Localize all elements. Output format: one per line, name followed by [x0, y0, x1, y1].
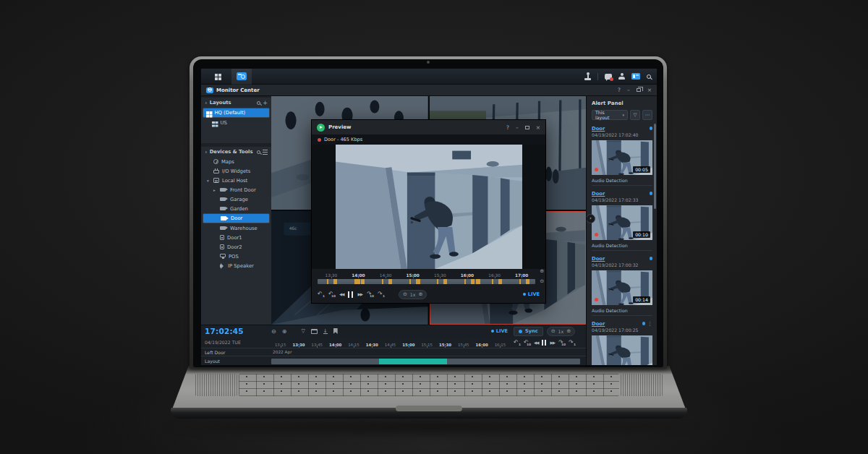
sidebar-item-ip-speaker[interactable]: IP Speaker	[203, 261, 270, 270]
fast-forward-button[interactable]: ▶▶	[357, 292, 362, 296]
expand-caret-icon[interactable]: ▾	[207, 179, 210, 183]
sidebar-item-layout-hq[interactable]: HQ (Default)	[203, 108, 270, 118]
jump-back-10-button[interactable]: ↶10	[524, 340, 530, 346]
alert-thumbnail[interactable]	[592, 335, 652, 365]
alert-camera-link[interactable]: Door	[592, 321, 605, 327]
jump-back-10-button[interactable]: ↶10	[328, 291, 335, 297]
alert-thumbnail[interactable]: 00:14	[592, 270, 652, 305]
device-list-view-icon[interactable]	[263, 150, 268, 155]
alert-camera-link[interactable]: Door	[592, 126, 605, 132]
alert-entry[interactable]: Door 04/19/2022 17:02:33 00:10 Audio Det…	[592, 189, 652, 251]
sidebar-item-layout-us[interactable]: US	[203, 118, 270, 127]
sidebar-item-garden[interactable]: Garden	[203, 204, 270, 213]
sidebar-item-door2[interactable]: Door2	[203, 242, 270, 252]
sidebar-item-garage[interactable]: Garage	[203, 194, 270, 204]
bookmark-icon[interactable]	[333, 328, 338, 334]
export-download-icon[interactable]: ↓	[323, 329, 328, 334]
devices-search-icon[interactable]	[257, 150, 260, 154]
preview-minimize-button[interactable]: –	[516, 124, 519, 131]
alert-thumbnail[interactable]: 00:10	[592, 205, 652, 240]
alert-entry[interactable]: Door 04/19/2022 17:02:40 00:05 Audio Det…	[592, 124, 652, 186]
device-label: Garage	[230, 197, 248, 202]
speed-decrease-icon[interactable]: ⊖	[403, 291, 407, 297]
preview-close-button[interactable]: ×	[536, 124, 540, 131]
alert-filter-button[interactable]: ▽	[630, 110, 640, 120]
sidebar-item-local-host[interactable]: ▾Local Host	[203, 176, 270, 185]
jump-forward-10-button[interactable]: ↷10	[558, 340, 565, 346]
sidebar-item-pos[interactable]: POS	[203, 252, 270, 261]
alert-scrollbar[interactable]	[654, 124, 656, 209]
minimize-button[interactable]: –	[627, 87, 630, 93]
close-button[interactable]: ×	[647, 87, 652, 93]
sidebar-item-maps[interactable]: Maps	[203, 157, 270, 166]
speed-increase-icon[interactable]: ⊕	[566, 328, 571, 334]
sidebar-item-warehouse[interactable]: Warehouse	[203, 223, 270, 233]
alert-scope-select[interactable]: This layout▾	[592, 110, 628, 120]
window-title: Monitor Center	[216, 87, 260, 93]
rewind-button[interactable]: ◀◀	[339, 292, 344, 296]
jump-forward-1-button[interactable]: ↷1	[378, 291, 384, 297]
sidebar-item-door[interactable]: Door	[203, 213, 270, 223]
alert-entry[interactable]: Door⋮ 04/19/2022 17:00:25	[592, 320, 652, 365]
jump-back-1-button[interactable]: ↶1	[514, 340, 520, 346]
sync-label: Sync	[525, 328, 538, 334]
preview-live-indicator: LIVE	[523, 291, 540, 297]
timeline-zoom-out-icon[interactable]: ⊖	[271, 328, 276, 335]
speed-decrease-icon[interactable]: ⊖	[551, 328, 556, 334]
layouts-search-icon[interactable]	[257, 101, 260, 105]
live-indicator: LIVE	[491, 328, 508, 334]
sidebar-item-io-widgets[interactable]: I/O Widgets	[203, 166, 270, 176]
fast-forward-button[interactable]: ▶▶	[550, 340, 554, 345]
help-button[interactable]: ?	[618, 87, 621, 93]
preview-timeline-ticks[interactable]: 13:30 14:00 14:30 15:00 15:30 16:00 16:3…	[312, 269, 545, 278]
filter-icon[interactable]: ▽	[301, 329, 305, 334]
widgets-icon[interactable]	[631, 73, 640, 80]
joystick-controller-icon[interactable]	[584, 78, 591, 80]
notifications-icon[interactable]	[605, 74, 612, 80]
preview-video[interactable]	[312, 145, 545, 269]
jump-back-1-button[interactable]: ↶1	[318, 291, 324, 297]
calendar-icon[interactable]	[311, 329, 318, 334]
sync-dot-icon	[519, 330, 522, 333]
alert-thumbnail[interactable]: 00:05	[592, 140, 652, 175]
sidebar-item-front-door[interactable]: ▸Front Door	[203, 185, 270, 194]
camera-icon	[220, 226, 226, 231]
jump-forward-10-button[interactable]: ↷10	[367, 291, 373, 297]
preview-maximize-button[interactable]	[525, 126, 529, 129]
user-account-icon[interactable]	[618, 73, 625, 80]
timeline-row-label: Layout	[201, 359, 271, 364]
main-timeline-ticks[interactable]: 13:15 13:30 13:45 14:00 14:15 14:30 14:4…	[271, 337, 514, 348]
main-menu-button[interactable]	[207, 69, 227, 85]
surveillance-station-app-tab[interactable]	[231, 69, 252, 85]
restore-button[interactable]	[637, 88, 641, 92]
speed-control[interactable]: ⊖1x⊕	[547, 327, 575, 336]
jump-forward-1-button[interactable]: ↷1	[569, 340, 575, 346]
collapse-icon[interactable]: ∧	[205, 150, 208, 154]
pause-button[interactable]	[542, 340, 546, 346]
preview-help-button[interactable]: ?	[506, 124, 509, 131]
collapse-icon[interactable]: ∧	[205, 100, 208, 105]
alert-more-button[interactable]: ⋯	[642, 110, 652, 120]
preview-speed-control[interactable]: ⊖1x⊕	[399, 290, 427, 299]
pause-button[interactable]	[348, 291, 353, 298]
layout-recording-track[interactable]	[271, 359, 580, 364]
expand-caret-icon[interactable]: ▸	[213, 188, 217, 192]
preview-recording-track[interactable]: ⊖	[312, 278, 545, 286]
preview-zoom-in-icon[interactable]: ⊕	[540, 269, 544, 274]
add-layout-icon[interactable]: +	[263, 100, 268, 106]
collapse-alert-panel-button[interactable]: ›	[586, 214, 595, 223]
escalator-sign-label: 46c	[287, 225, 299, 231]
clip-duration-badge: 00:05	[633, 166, 650, 173]
preview-zoom-out-icon[interactable]: ⊖	[540, 279, 544, 284]
speed-increase-icon[interactable]: ⊕	[418, 291, 422, 297]
preview-titlebar[interactable]: Preview ? – ×	[312, 120, 545, 134]
rewind-button[interactable]: ◀◀	[534, 340, 538, 345]
alert-entry[interactable]: Door 04/19/2022 17:00:32 00:14 Audio Det…	[592, 254, 652, 316]
search-icon[interactable]	[647, 74, 651, 79]
alert-camera-link[interactable]: Door	[592, 191, 605, 197]
timeline-zoom-in-icon[interactable]: ⊕	[282, 328, 287, 335]
alert-camera-link[interactable]: Door	[592, 256, 605, 262]
sync-toggle-button[interactable]: Sync	[514, 327, 543, 336]
sidebar-item-door1[interactable]: Door1	[203, 233, 270, 242]
entry-menu-icon[interactable]: ⋮	[647, 321, 652, 327]
